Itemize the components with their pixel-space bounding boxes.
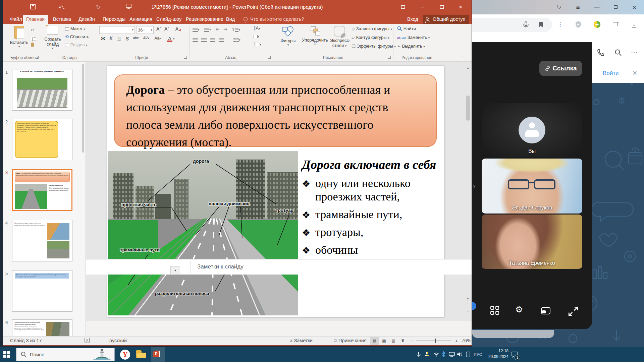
- settings-gear-icon[interactable]: ⚙: [515, 304, 525, 314]
- zoom-level[interactable]: 76%: [462, 338, 471, 343]
- tab-view[interactable]: Вид: [223, 15, 238, 24]
- road-diagram-image[interactable]: дорога проезжая часть полосы движения тр…: [108, 151, 298, 315]
- browser-restore-icon[interactable]: [612, 4, 619, 10]
- expand-panel-chevron-icon[interactable]: ›: [473, 182, 475, 191]
- format-painter-icon[interactable]: [31, 43, 34, 50]
- bold-button[interactable]: Ж: [99, 36, 107, 41]
- language-indicator[interactable]: РУС: [474, 352, 482, 357]
- drawing-dialog-launcher[interactable]: [388, 56, 391, 59]
- notes-placeholder[interactable]: Заметки к слайду: [197, 263, 244, 270]
- normal-view-icon[interactable]: ▤: [370, 337, 379, 345]
- shape-fill-button[interactable]: ◇ Заливка фигуры ▾: [352, 25, 392, 33]
- section-button[interactable]: Раздел ▾: [65, 41, 88, 49]
- sign-in-link[interactable]: Вход: [407, 15, 418, 24]
- slide-scrollbar[interactable]: ▲ ▼ ⌃ ⌄: [466, 66, 470, 317]
- extension-adblock-icon[interactable]: [593, 20, 601, 28]
- shape-effects-button[interactable]: ❏ Эффекты фигуры ▾: [352, 43, 396, 50]
- copy-icon[interactable]: [31, 35, 36, 42]
- participant-tile-you[interactable]: Вы: [482, 103, 582, 157]
- tab-animation[interactable]: Анимация: [126, 15, 156, 24]
- layout-grid-button[interactable]: [490, 306, 500, 316]
- align-left-icon[interactable]: [193, 36, 198, 43]
- text-direction-button[interactable]: ∥A▾: [254, 24, 260, 32]
- reading-view-icon[interactable]: ▥: [389, 337, 398, 345]
- tray-display-icon[interactable]: [449, 352, 455, 357]
- tray-microphone-icon[interactable]: [416, 352, 421, 357]
- slide-3-canvas[interactable]: Дорога – это обустроенная или приспособл…: [107, 66, 444, 317]
- voice-search-icon[interactable]: [522, 21, 530, 29]
- bullets-button[interactable]: ▾: [193, 26, 200, 33]
- convert-smartart-button[interactable]: ⤵▾: [254, 41, 261, 48]
- more-icon[interactable]: ⋯: [630, 49, 638, 57]
- calls-icon[interactable]: [597, 49, 605, 57]
- quick-styles-button[interactable]: Экспресс-стили ▾: [330, 26, 349, 49]
- text-shadow-button[interactable]: S: [123, 36, 131, 41]
- cut-icon[interactable]: ✂: [31, 26, 35, 34]
- new-slide-button[interactable]: Создать слайд▾: [42, 26, 63, 50]
- scrollbar-thumb[interactable]: [466, 96, 470, 121]
- notes-toggle[interactable]: ≜ Заметки: [290, 338, 313, 343]
- previous-slide-icon[interactable]: ⌃: [466, 302, 470, 307]
- line-spacing-button[interactable]: ⇕▾: [231, 26, 240, 33]
- sign-in-dismiss-icon[interactable]: ✕: [632, 69, 637, 77]
- address-bar[interactable]: [472, 18, 552, 32]
- align-right-icon[interactable]: [210, 36, 215, 43]
- change-case-button[interactable]: Aa▾: [153, 36, 162, 41]
- browser-menu-icon[interactable]: ≡: [574, 4, 582, 11]
- powerpoint-taskbar-icon[interactable]: P: [151, 347, 165, 362]
- font-dialog-launcher[interactable]: [184, 56, 187, 59]
- minimize-icon[interactable]: [417, 2, 427, 12]
- taskbar-search-box[interactable]: Поиск: [16, 348, 115, 361]
- picture-in-picture-button[interactable]: [541, 307, 551, 317]
- reset-button[interactable]: ⟲ Сбросить: [65, 33, 89, 41]
- start-button[interactable]: [3, 351, 11, 358]
- next-slide-icon[interactable]: ⌄: [466, 308, 470, 313]
- tab-slideshow[interactable]: Слайд-шоу: [153, 15, 185, 24]
- tray-volume-icon[interactable]: [457, 352, 463, 357]
- list-textbox[interactable]: Дорога включает в себя ❖одну или несколь…: [302, 157, 440, 275]
- find-button[interactable]: Найти: [397, 25, 416, 33]
- slide-2-thumbnail[interactable]: В настоящее время в Российской Федерации…: [12, 119, 72, 160]
- paste-button[interactable]: Вставить▾: [8, 26, 30, 48]
- copy-link-button[interactable]: Ссылка: [539, 61, 582, 76]
- font-color-button[interactable]: А: [167, 36, 172, 42]
- underline-button[interactable]: Ч: [115, 36, 123, 41]
- maximize-icon[interactable]: [437, 2, 447, 12]
- slide-sorter-view-icon[interactable]: ▦: [380, 337, 388, 345]
- thumbnails-scrollbar[interactable]: [82, 64, 84, 153]
- arrange-button[interactable]: Упорядочить▾: [301, 26, 329, 46]
- definition-textbox[interactable]: Дорога – это обустроенная или приспособл…: [114, 74, 437, 147]
- character-spacing-button[interactable]: AV▾: [142, 36, 151, 40]
- columns-button[interactable]: ▾: [233, 36, 240, 43]
- tab-transitions[interactable]: Переходы: [99, 15, 129, 24]
- replace-button[interactable]: ab↴ac Заменить ▾: [397, 34, 430, 41]
- browser-sign-in-link[interactable]: Войти: [603, 70, 619, 77]
- slide-6-thumbnail[interactable]: Дорожная разметка представляет собой лин…: [12, 319, 72, 336]
- italic-button[interactable]: К: [107, 36, 115, 41]
- zoom-slider-thumb[interactable]: [435, 339, 436, 343]
- protect-shield-icon[interactable]: [574, 20, 582, 28]
- browser-kebab-icon[interactable]: ⋮: [556, 20, 564, 28]
- strikethrough-button[interactable]: abc: [131, 36, 140, 40]
- tray-bluetooth-icon[interactable]: [441, 351, 445, 357]
- yandex-browser-taskbar-icon[interactable]: Y: [119, 349, 131, 360]
- notes-pane[interactable]: ▼ Заметки к слайду: [86, 259, 472, 275]
- sidebar-panel-icon[interactable]: [612, 20, 620, 28]
- zoom-out-icon[interactable]: −: [407, 337, 416, 345]
- downloads-icon[interactable]: ↓: [630, 20, 638, 28]
- align-text-button[interactable]: ▾: [254, 33, 259, 40]
- search-icon[interactable]: [614, 49, 622, 57]
- slide-5-thumbnail[interactable]: Дорожное движение регулирует дорожная ра…: [12, 270, 72, 312]
- numbering-button[interactable]: ▾: [204, 26, 211, 33]
- slideshow-view-icon[interactable]: ♜: [398, 337, 407, 345]
- tab-design[interactable]: Дизайн: [75, 15, 98, 24]
- tray-network-icon[interactable]: [433, 352, 439, 357]
- tab-review[interactable]: Рецензирование: [182, 15, 227, 24]
- paragraph-dialog-launcher[interactable]: [268, 56, 271, 59]
- tell-me-box[interactable]: Что вы хотите сделать?: [250, 15, 304, 24]
- zoom-slider[interactable]: [416, 341, 451, 341]
- layout-button[interactable]: Макет ▾: [65, 25, 86, 33]
- comments-toggle[interactable]: 🗨 Примечания: [333, 338, 367, 343]
- justify-icon[interactable]: [219, 36, 224, 43]
- font-name-combo[interactable]: ▾: [99, 26, 135, 34]
